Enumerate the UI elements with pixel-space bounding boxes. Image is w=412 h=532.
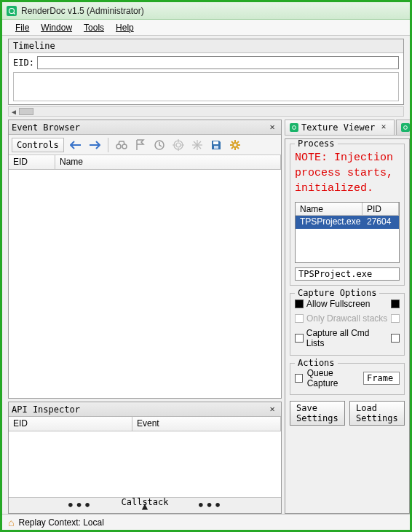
svg-point-6 (176, 143, 181, 147)
svg-line-19 (237, 147, 239, 149)
home-icon: ⌂ (8, 517, 14, 528)
save-icon[interactable] (209, 138, 223, 152)
scroll-left-icon[interactable]: ◄ (9, 108, 19, 116)
dots-icon: ••• (67, 498, 92, 512)
process-group-title: Process (295, 138, 338, 149)
event-browser-title: Event Browser (12, 122, 266, 133)
timeline-title: Timeline (9, 39, 403, 53)
eid-label: EID: (13, 58, 34, 68)
process-filter-input[interactable] (295, 267, 400, 281)
only-drawcall-checkbox (295, 314, 304, 323)
allow-fullscreen-checkbox[interactable] (295, 300, 304, 308)
capture-all-label: Capture all Cmd Lists (306, 328, 388, 348)
close-icon[interactable]: ✕ (266, 122, 278, 133)
svg-rect-11 (213, 141, 218, 144)
tab-icon (290, 123, 298, 132)
clock-icon[interactable] (152, 138, 167, 152)
queue-capture-checkbox[interactable] (295, 374, 303, 383)
svg-point-2 (116, 144, 121, 149)
close-icon[interactable]: ✕ (378, 122, 389, 133)
api-inspector-title: API Inspector (12, 404, 266, 415)
capture-all-checkbox[interactable] (295, 334, 304, 343)
frame-input[interactable] (363, 372, 400, 385)
gear-icon[interactable] (228, 138, 242, 152)
queue-capture-label: Queue Capture (307, 368, 359, 388)
api-columns: EID Event (9, 417, 281, 431)
menu-bar: File Window Tools Help (2, 20, 410, 36)
actions-title: Actions (295, 358, 338, 368)
process-name-cell: TPSProject.exe (296, 216, 363, 229)
checkbox-right-2 (391, 314, 400, 323)
checkbox-right-3[interactable] (391, 334, 400, 343)
capture-options-group: Capture Options Allow Fullscreen Only Dr… (290, 293, 405, 356)
status-text: Replay Context: Local (18, 517, 103, 528)
api-inspector-panel: API Inspector ✕ EID Event ••• Callstack … (8, 402, 282, 514)
title-bar: RenderDoc v1.5 (Administrator) (2, 2, 410, 20)
process-pid-cell: 27604 (363, 216, 395, 229)
arrow-right-icon[interactable] (87, 138, 102, 152)
window-title: RenderDoc v1.5 (Administrator) (21, 6, 144, 16)
svg-line-1 (14, 12, 15, 14)
eid-input[interactable] (37, 56, 399, 69)
menu-file[interactable]: File (9, 21, 35, 34)
save-settings-button[interactable]: Save Settings (290, 401, 345, 426)
event-browser-panel: Event Browser ✕ Controls (8, 120, 282, 399)
capture-options-title: Capture Options (295, 288, 379, 298)
event-browser-body[interactable] (9, 170, 281, 398)
right-tabbar: Texture Viewer ✕ Pipeli (285, 120, 410, 136)
tab-pipeline[interactable]: Pipeli (396, 120, 410, 135)
event-browser-columns: EID Name (9, 155, 281, 170)
menu-tools[interactable]: Tools (78, 21, 110, 34)
svg-line-21 (231, 147, 233, 149)
right-panel: Process NOTE: Injection process starts, … (285, 138, 410, 514)
target-icon[interactable] (171, 138, 186, 152)
status-bar: ⌂ Replay Context: Local (2, 514, 410, 530)
menu-help[interactable]: Help (110, 21, 140, 34)
flag-icon[interactable] (133, 138, 148, 152)
svg-line-20 (237, 141, 239, 143)
allow-fullscreen-label: Allow Fullscreen (306, 299, 370, 309)
callstack-strip[interactable]: ••• Callstack ▲ ••• (9, 497, 281, 513)
col-eid-header[interactable]: EID (9, 155, 55, 169)
col-pid-header[interactable]: PID (363, 203, 399, 215)
svg-line-18 (231, 141, 233, 143)
col-name-header[interactable]: Name (296, 203, 363, 215)
tab-texture-viewer[interactable]: Texture Viewer ✕ (285, 120, 395, 135)
injection-note: NOTE: Injection process starts, initiali… (295, 150, 400, 196)
checkbox-right-1[interactable] (391, 300, 400, 308)
api-inspector-body[interactable] (9, 431, 281, 497)
timeline-panel: Timeline EID: (8, 39, 404, 105)
close-icon[interactable]: ✕ (266, 404, 278, 415)
callstack-label: Callstack (121, 497, 168, 507)
menu-window[interactable]: Window (35, 21, 78, 34)
process-group: Process NOTE: Injection process starts, … (290, 144, 405, 286)
h-scrollbar[interactable]: ◄ (8, 106, 404, 117)
binoculars-icon[interactable] (114, 138, 129, 152)
load-settings-button[interactable]: Load Settings (349, 401, 405, 426)
snowflake-icon[interactable] (190, 138, 205, 152)
process-row-selected[interactable]: TPSProject.exe 27604 (296, 216, 399, 229)
arrow-left-icon[interactable] (68, 138, 83, 152)
svg-point-13 (233, 143, 237, 147)
col-event-header[interactable]: Event (132, 417, 281, 431)
actions-group: Actions Queue Capture (290, 363, 405, 395)
col-eid-header[interactable]: EID (9, 417, 132, 431)
svg-point-3 (122, 144, 127, 149)
event-browser-toolbar: Controls (9, 135, 281, 155)
process-table: Name PID TPSProject.exe 27604 (295, 202, 400, 263)
process-table-empty[interactable] (296, 229, 399, 262)
col-name-header[interactable]: Name (55, 155, 281, 169)
svg-point-0 (9, 8, 15, 13)
app-icon (7, 6, 17, 16)
scroll-thumb[interactable] (19, 108, 33, 115)
svg-point-23 (404, 126, 408, 130)
svg-point-22 (293, 126, 296, 130)
tab-icon (401, 123, 410, 132)
only-drawcall-label: Only Drawcall stacks (306, 313, 387, 324)
dots-icon: ••• (197, 498, 223, 512)
tab-label: Texture Viewer (301, 122, 375, 133)
timeline-track[interactable] (13, 72, 399, 101)
controls-button[interactable]: Controls (12, 138, 64, 152)
svg-rect-12 (214, 146, 218, 149)
